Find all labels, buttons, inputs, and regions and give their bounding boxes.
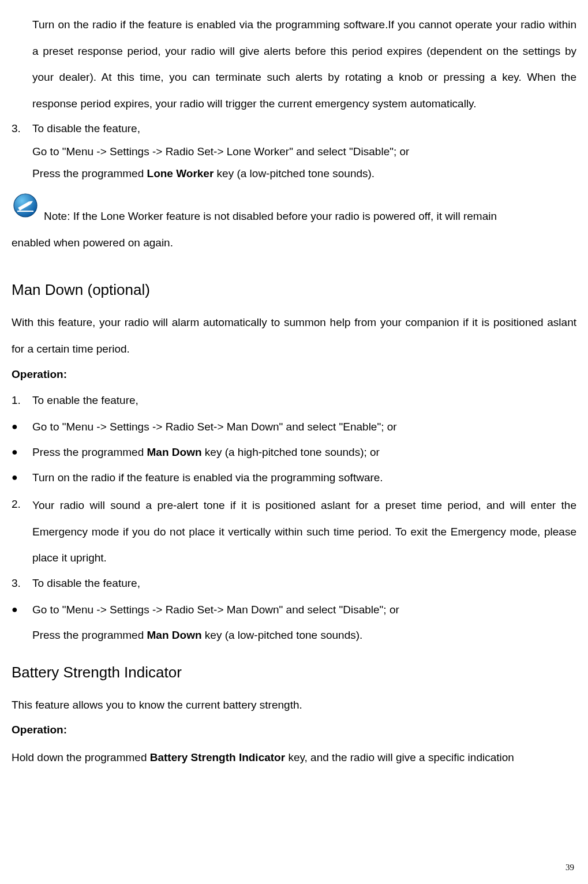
bold-text: Battery Strength Indicator xyxy=(150,751,285,763)
bold-text: Man Down xyxy=(147,629,202,641)
battery-intro: This feature allows you to know the curr… xyxy=(12,692,576,718)
heading-man-down: Man Down (optional) xyxy=(12,281,576,299)
note-text-continue: enabled when powered on again. xyxy=(12,230,576,256)
bullet-item: ● Turn on the radio if the feature is en… xyxy=(12,467,576,489)
list-number: 1. xyxy=(12,388,32,413)
text-fragment: Press the programmed xyxy=(32,446,147,458)
bullet-icon: ● xyxy=(12,599,32,620)
indent-line: Press the programmed Man Down key (a low… xyxy=(32,624,576,646)
note-block: Note: If the Lone Worker feature is not … xyxy=(12,193,576,230)
text-fragment: key (a low-pitched tone sounds). xyxy=(202,629,363,641)
list-item-2: 2. Your radio will sound a pre-alert ton… xyxy=(12,492,576,571)
list-number: 3. xyxy=(12,571,32,595)
bullet-icon: ● xyxy=(12,441,32,462)
text-fragment: Hold down the programmed xyxy=(12,751,150,763)
text-fragment: key (a low-pitched tone sounds). xyxy=(214,167,374,179)
text-fragment: key (a high-pitched tone sounds); or xyxy=(202,446,380,458)
bullet-icon: ● xyxy=(12,467,32,488)
text-fragment: Press the programmed xyxy=(32,629,147,641)
list-content: To enable the feature, xyxy=(32,388,576,413)
bullet-content: Press the programmed Man Down key (a hig… xyxy=(32,441,576,463)
list-item-3: 3. To disable the feature, xyxy=(12,117,576,141)
list-item-3-line3: Press the programmed Lone Worker key (a … xyxy=(32,163,576,185)
bullet-item: ● Press the programmed Man Down key (a h… xyxy=(12,441,576,463)
list-item-3b: 3. To disable the feature, xyxy=(12,571,576,595)
list-number: 3. xyxy=(12,117,32,141)
list-item-1: 1. To enable the feature, xyxy=(12,388,576,413)
mandown-intro: With this feature, your radio will alarm… xyxy=(12,309,576,362)
bullet-content: Go to "Menu -> Settings -> Radio Set-> M… xyxy=(32,599,576,621)
list-content: Your radio will sound a pre-alert tone i… xyxy=(32,492,576,571)
note-pencil-icon xyxy=(12,193,39,218)
list-number: 2. xyxy=(12,492,32,516)
text-fragment: key, and the radio will give a specific … xyxy=(285,751,514,763)
page-number: 39 xyxy=(565,863,574,872)
bullet-content: Go to "Menu -> Settings -> Radio Set-> M… xyxy=(32,416,576,438)
note-text: Note: If the Lone Worker feature is not … xyxy=(44,193,576,230)
bullet-content: Turn on the radio if the feature is enab… xyxy=(32,467,576,489)
list-content: To disable the feature, xyxy=(32,117,576,141)
operation-label: Operation: xyxy=(12,718,576,742)
list-content: To disable the feature, xyxy=(32,571,576,595)
text-fragment: Press the programmed xyxy=(32,167,147,179)
bullet-icon: ● xyxy=(12,416,32,437)
lone-worker-para: Turn on the radio if the feature is enab… xyxy=(32,12,576,117)
bullet-item: ● Go to "Menu -> Settings -> Radio Set->… xyxy=(12,599,576,621)
bold-text: Man Down xyxy=(147,446,202,458)
list-item-3-line2: Go to "Menu -> Settings -> Radio Set-> L… xyxy=(32,141,576,163)
battery-line: Hold down the programmed Battery Strengt… xyxy=(12,744,576,771)
heading-battery: Battery Strength Indicator xyxy=(12,664,576,681)
bold-text: Lone Worker xyxy=(147,167,214,179)
bullet-item: ● Go to "Menu -> Settings -> Radio Set->… xyxy=(12,416,576,438)
operation-label: Operation: xyxy=(12,362,576,387)
